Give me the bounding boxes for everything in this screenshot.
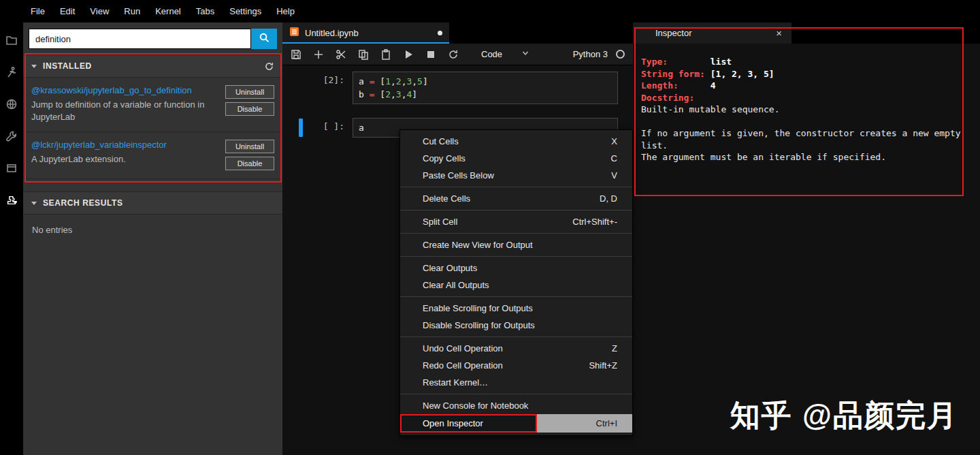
restart-kernel-icon[interactable] — [448, 49, 459, 60]
cut-icon[interactable] — [336, 49, 346, 60]
stop-icon[interactable] — [425, 49, 436, 60]
inspector-docstring-line: If no argument is given, the constructor… — [641, 127, 972, 140]
inspector-docstring-line: The argument must be an iterable if spec… — [641, 151, 972, 163]
cell-editor[interactable]: a = [1,2,3,5] b = [2,3,4] — [353, 72, 618, 104]
menu-help[interactable]: Help — [269, 0, 302, 22]
menu-item-shortcut: V — [611, 170, 617, 181]
code-token: , — [412, 76, 417, 87]
code-token: b — [359, 89, 370, 99]
menu-view[interactable]: View — [82, 0, 116, 22]
copy-icon[interactable] — [358, 49, 369, 60]
menu-tabs[interactable]: Tabs — [189, 0, 222, 22]
tab-untitled-notebook[interactable]: Untitled.ipynb — [282, 22, 449, 44]
menu-item-new-console-for-notebook[interactable]: New Console for Notebook — [400, 397, 632, 414]
command-palette-icon[interactable] — [5, 97, 18, 111]
code-token: = — [370, 89, 380, 99]
disable-button[interactable]: Disable — [225, 102, 274, 116]
menu-item-label: Create New View for Output — [423, 240, 533, 250]
search-button[interactable] — [251, 29, 277, 49]
extension-list-item: @lckr/jupyterlab_variableinspector A Jup… — [23, 132, 282, 179]
property-inspector-icon[interactable] — [5, 129, 18, 143]
unsaved-indicator[interactable] — [438, 31, 442, 35]
search-results-section-header[interactable]: SEARCH RESULTS — [23, 191, 282, 215]
menu-item-clear-outputs[interactable]: Clear Outputs — [400, 260, 632, 277]
menu-file[interactable]: File — [23, 0, 52, 22]
folder-icon[interactable] — [5, 33, 18, 47]
installed-header-label: INSTALLED — [43, 61, 92, 71]
section-gap — [23, 179, 282, 191]
code-token: [ — [380, 89, 385, 99]
menu-divider — [400, 394, 632, 394]
menu-item-enable-scrolling-for-outputs[interactable]: Enable Scrolling for Outputs — [400, 300, 632, 317]
menu-item-shortcut: X — [611, 136, 617, 146]
menu-settings[interactable]: Settings — [222, 0, 269, 22]
code-token: a — [359, 123, 364, 133]
save-icon[interactable] — [291, 49, 301, 60]
code-token: = — [370, 76, 380, 87]
paste-icon[interactable] — [380, 49, 391, 60]
extension-manager-panel: INSTALLED @krassowski/jupyterlab_go_to_d… — [23, 22, 282, 455]
menu-item-redo-cell-operation[interactable]: Redo Cell OperationShift+Z — [400, 357, 632, 374]
extension-manager-icon[interactable] — [5, 193, 18, 207]
menu-item-shortcut: D, D — [600, 193, 617, 204]
cell-type-dropdown[interactable]: Code — [481, 49, 529, 59]
inspector-tab-title: Inspector — [655, 28, 691, 38]
menu-item-undo-cell-operation[interactable]: Undo Cell OperationZ — [400, 340, 632, 357]
inspector-docstring-line: list. — [641, 140, 972, 152]
menu-item-label: Undo Cell Operation — [423, 343, 503, 354]
chevron-down-icon — [521, 49, 529, 59]
open-tabs-icon[interactable] — [5, 161, 18, 175]
installed-section-header[interactable]: INSTALLED — [23, 54, 282, 78]
extension-search-input[interactable] — [29, 29, 251, 49]
menu-item-disable-scrolling-for-outputs[interactable]: Disable Scrolling for Outputs — [400, 317, 632, 334]
close-icon[interactable]: × — [776, 27, 782, 39]
menu-item-create-new-view-for-output[interactable]: Create New View for Output — [400, 236, 632, 253]
search-icon — [259, 32, 270, 46]
code-token: 2 — [396, 76, 402, 87]
code-token: , — [391, 89, 396, 99]
uninstall-button[interactable]: Uninstall — [225, 85, 274, 99]
extension-name-link[interactable]: @krassowski/jupyterlab_go_to_definition — [31, 85, 218, 95]
menu-run[interactable]: Run — [116, 0, 148, 22]
code-token: ] — [412, 89, 417, 99]
menu-item-paste-cells-below[interactable]: Paste Cells BelowV — [400, 167, 632, 184]
kernel-name[interactable]: Python 3 — [573, 49, 608, 59]
menu-item-label: Split Cell — [423, 217, 457, 227]
extension-name-link[interactable]: @lckr/jupyterlab_variableinspector — [31, 140, 218, 150]
running-sessions-icon[interactable] — [5, 65, 18, 79]
menu-edit[interactable]: Edit — [52, 0, 82, 22]
menu-divider — [400, 233, 632, 234]
menu-kernel[interactable]: Kernel — [148, 0, 189, 22]
inspector-field-label: Type: — [641, 56, 710, 68]
kernel-status-icon — [616, 50, 625, 59]
disable-button[interactable]: Disable — [225, 157, 274, 170]
code-cell[interactable]: [2]: a = [1,2,3,5] b = [2,3,4] — [282, 72, 618, 104]
menu-item-cut-cells[interactable]: Cut CellsX — [400, 133, 632, 150]
inspector-content: Type:list String form:[1, 2, 3, 5] Lengt… — [633, 44, 980, 455]
no-entries-text: No entries — [23, 215, 282, 245]
menu-item-split-cell[interactable]: Split CellCtrl+Shift+- — [400, 213, 632, 230]
menu-item-label: New Console for Notebook — [423, 401, 528, 411]
code-token: a — [359, 76, 370, 87]
menu-item-label: Paste Cells Below — [423, 170, 494, 181]
menu-item-restart-kernel[interactable]: Restart Kernel… — [400, 374, 632, 391]
menu-item-label: Redo Cell Operation — [423, 360, 503, 371]
add-cell-icon[interactable] — [313, 49, 324, 60]
search-results-header-label: SEARCH RESULTS — [43, 198, 123, 208]
selected-cell-indicator — [299, 119, 303, 137]
menu-item-open-inspector[interactable]: Open InspectorCtrl+I — [400, 414, 632, 433]
inspector-tab-bar: Inspector × — [633, 22, 980, 44]
menu-item-delete-cells[interactable]: Delete CellsD, D — [400, 190, 632, 207]
menu-item-label: Clear All Outputs — [423, 280, 489, 290]
tab-inspector[interactable]: Inspector × — [633, 22, 791, 44]
refresh-icon[interactable] — [264, 61, 274, 72]
menu-divider — [400, 187, 632, 187]
uninstall-button[interactable]: Uninstall — [225, 140, 274, 153]
run-icon[interactable] — [403, 49, 414, 60]
menu-item-clear-all-outputs[interactable]: Clear All Outputs — [400, 277, 632, 294]
cell-prompt: [2]: — [282, 72, 353, 104]
menu-item-copy-cells[interactable]: Copy CellsC — [400, 150, 632, 167]
menu-item-shortcut: Z — [612, 343, 617, 354]
notebook-toolbar: Code Python 3 — [282, 44, 633, 65]
menu-divider — [400, 296, 632, 297]
